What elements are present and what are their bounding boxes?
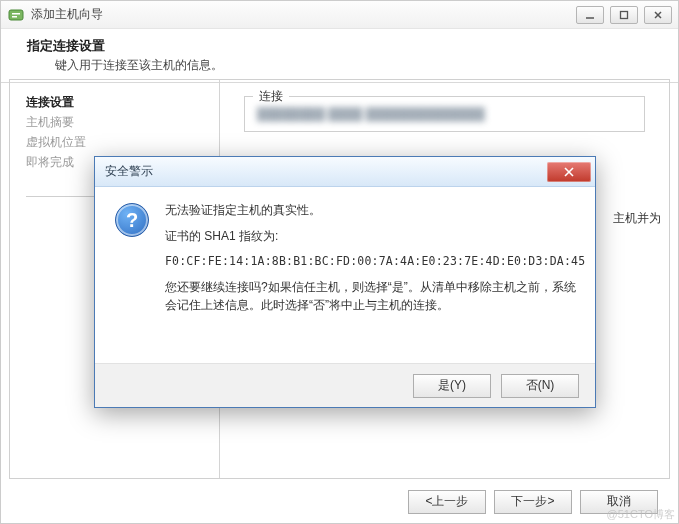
yes-button[interactable]: 是(Y) [413,374,491,398]
watermark: @51CTO博客 [607,507,675,522]
minimize-button[interactable] [576,6,604,24]
vsphere-icon [7,6,25,24]
wizard-header: 指定连接设置 键入用于连接至该主机的信息。 [1,29,678,80]
maximize-button[interactable] [610,6,638,24]
svg-rect-2 [12,16,17,18]
dialog-line2: 证书的 SHA1 指纹为: [165,227,585,245]
dialog-line1: 无法验证指定主机的真实性。 [165,201,585,219]
no-button[interactable]: 否(N) [501,374,579,398]
svg-rect-4 [621,11,628,18]
titlebar: 添加主机向导 [1,1,678,29]
dialog-titlebar: 安全警示 [95,157,595,187]
wizard-footer: <上一步 下一步> 取消 [1,479,678,523]
nav-step-vm-location[interactable]: 虚拟机位置 [26,132,203,152]
dialog-line3: 您还要继续连接吗?如果信任主机，则选择“是”。从清单中移除主机之前，系统会记住上… [165,278,585,314]
dialog-close-button[interactable] [547,162,591,182]
security-alert-dialog: 安全警示 ? 无法验证指定主机的真实性。 证书的 SHA1 指纹为: F0:CF… [94,156,596,408]
header-title: 指定连接设置 [27,37,664,55]
next-button[interactable]: 下一步> [494,490,572,514]
header-subtitle: 键入用于连接至该主机的信息。 [55,57,664,74]
close-button[interactable] [644,6,672,24]
window-buttons [576,6,678,24]
dialog-message: 无法验证指定主机的真实性。 证书的 SHA1 指纹为: F0:CF:FE:14:… [165,201,585,363]
svg-rect-0 [9,10,23,20]
dialog-fingerprint: F0:CF:FE:14:1A:8B:B1:BC:FD:00:7A:4A:E0:2… [165,253,585,270]
nav-step-host-summary[interactable]: 主机摘要 [26,112,203,132]
partial-visible-text: 主机并为 [613,210,661,227]
dialog-title: 安全警示 [95,163,547,180]
question-icon: ? [115,203,149,237]
back-button[interactable]: <上一步 [408,490,486,514]
svg-rect-1 [12,13,20,15]
nav-step-connection[interactable]: 连接设置 [26,92,203,112]
window-title: 添加主机向导 [31,6,576,23]
dialog-body: ? 无法验证指定主机的真实性。 证书的 SHA1 指纹为: F0:CF:FE:1… [95,187,595,363]
connection-legend: 连接 [253,88,289,105]
dialog-footer: 是(Y) 否(N) [95,363,595,407]
blurred-content: ████████ ████ ██████████████ [257,107,632,121]
connection-fieldset: 连接 ████████ ████ ██████████████ [244,96,645,132]
